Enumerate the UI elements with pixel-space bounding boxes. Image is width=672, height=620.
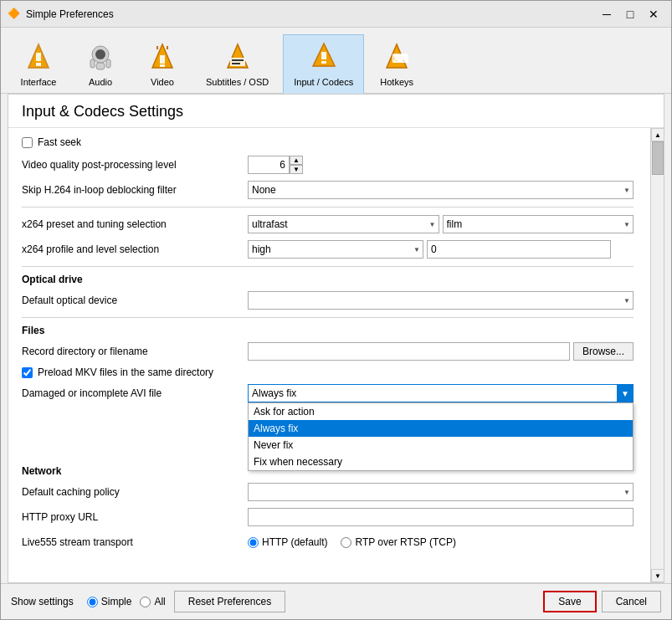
show-all-label[interactable]: All: [140, 596, 165, 607]
reset-preferences-button[interactable]: Reset Preferences: [174, 591, 285, 612]
scrollbar: ▲ ▼: [650, 128, 664, 582]
http-proxy-control: [248, 508, 634, 526]
damaged-avi-selected[interactable]: Always fix ▼: [248, 384, 634, 402]
video-quality-input[interactable]: 6: [248, 156, 290, 174]
damaged-avi-dropdown-list: Ask for action Always fix Never fix Fix …: [248, 402, 634, 471]
dropdown-option-always[interactable]: Always fix: [249, 420, 633, 437]
live555-http-text: HTTP (default): [262, 536, 327, 548]
x264-preset-row: x264 preset and tuning selection ultrafa…: [22, 214, 634, 234]
caching-select[interactable]: [248, 483, 634, 501]
browse-button[interactable]: Browse...: [573, 342, 634, 361]
show-all-text: All: [154, 596, 165, 607]
spinbox-down-button[interactable]: ▼: [290, 165, 303, 174]
scrollbar-down-button[interactable]: ▼: [651, 569, 664, 582]
live555-rtp-label[interactable]: RTP over RTSP (TCP): [341, 536, 455, 548]
show-simple-label[interactable]: Simple: [87, 596, 132, 607]
skip-h264-control: None: [248, 181, 634, 199]
preload-mkv-label: Preload MKV files in the same directory: [38, 366, 213, 378]
svg-rect-21: [321, 61, 326, 64]
spinbox-buttons: ▲ ▼: [290, 156, 303, 174]
nav-hotkeys[interactable]: ⌨ Hotkeys: [367, 34, 426, 93]
fast-seek-row: Fast seek: [22, 136, 634, 148]
record-dir-input[interactable]: [248, 342, 570, 361]
x264-profile-label: x264 profile and level selection: [22, 243, 248, 255]
optical-device-control: [248, 291, 634, 310]
x264-profile-select[interactable]: high: [248, 240, 423, 259]
nav-subtitles[interactable]: Subtitles / OSD: [195, 34, 280, 93]
live555-rtp-radio[interactable]: [341, 537, 351, 548]
nav-input-codecs[interactable]: Input / Codecs: [283, 34, 364, 94]
http-proxy-row: HTTP proxy URL: [22, 507, 634, 527]
dropdown-option-fix-when[interactable]: Fix when necessary: [249, 453, 633, 470]
subtitles-icon: [220, 40, 255, 75]
optical-device-row: Default optical device: [22, 290, 634, 310]
video-label: Video: [151, 77, 174, 87]
scrollbar-thumb[interactable]: [652, 141, 664, 175]
damaged-avi-value: Always fix: [252, 387, 296, 399]
skip-h264-select[interactable]: None: [248, 181, 634, 199]
app-icon: 🔶: [8, 8, 21, 21]
x264-preset-dual: ultrafast film: [248, 215, 634, 233]
svg-rect-12: [160, 55, 165, 64]
optical-drive-section: Optical drive: [22, 274, 634, 285]
optical-device-select[interactable]: [248, 291, 634, 310]
svg-rect-3: [36, 63, 41, 66]
svg-rect-16: [232, 59, 244, 61]
caching-select-wrapper: [248, 483, 634, 501]
nav-interface[interactable]: Interface: [9, 34, 68, 93]
http-proxy-input[interactable]: [248, 508, 634, 526]
main-window: 🔶 Simple Preferences ─ □ ✕ Interface: [0, 0, 672, 620]
cancel-button[interactable]: Cancel: [602, 591, 661, 612]
live555-http-radio[interactable]: [248, 537, 259, 548]
x264-level-input[interactable]: 0: [427, 240, 611, 259]
settings-area: Fast seek Video quality post-processing …: [8, 128, 650, 582]
audio-label: Audio: [89, 77, 112, 87]
window-controls: ─ □ ✕: [596, 6, 664, 23]
x264-profile-row-inner: high 0: [248, 240, 634, 259]
maximize-button[interactable]: □: [619, 6, 641, 23]
skip-h264-row: Skip H.264 in-loop deblocking filter Non…: [22, 180, 634, 200]
dropdown-option-never[interactable]: Never fix: [249, 437, 633, 453]
dropdown-option-ask[interactable]: Ask for action: [249, 403, 633, 420]
input-codecs-icon: [306, 40, 341, 75]
hotkeys-label: Hotkeys: [380, 77, 413, 87]
show-all-radio[interactable]: [140, 597, 151, 607]
record-dir-row: Record directory or filename Browse...: [22, 341, 634, 361]
bottom-bar: Show settings Simple All Reset Preferenc…: [1, 583, 671, 619]
svg-text:⌨: ⌨: [392, 52, 408, 65]
nav-video[interactable]: Video: [133, 34, 192, 93]
divider-1: [22, 207, 634, 208]
damaged-avi-row: Damaged or incomplete AVI file Always fi…: [22, 383, 634, 403]
caching-control: [248, 483, 634, 501]
svg-rect-7: [90, 59, 95, 68]
x264-preset-select-wrapper: ultrafast: [248, 215, 439, 233]
audio-icon: [83, 40, 118, 75]
skip-h264-select-wrapper: None: [248, 181, 634, 199]
live555-label: Live555 stream transport: [22, 536, 248, 548]
x264-tuning-select-wrapper: film: [443, 215, 634, 233]
x264-profile-control: high 0: [248, 240, 634, 259]
fast-seek-checkbox[interactable]: [22, 137, 33, 148]
interface-label: Interface: [21, 77, 57, 87]
minimize-button[interactable]: ─: [596, 6, 618, 23]
close-button[interactable]: ✕: [643, 6, 664, 23]
svg-rect-13: [160, 64, 165, 67]
divider-3: [22, 317, 634, 318]
preload-mkv-checkbox[interactable]: [22, 367, 33, 378]
nav-bar: Interface Audio: [1, 28, 671, 94]
record-dir-label: Record directory or filename: [22, 346, 248, 357]
title-bar: 🔶 Simple Preferences ─ □ ✕: [1, 1, 671, 28]
spinbox-up-button[interactable]: ▲: [290, 156, 303, 165]
dropdown-arrow-icon: ▼: [617, 384, 634, 402]
show-simple-radio[interactable]: [87, 597, 98, 607]
save-button[interactable]: Save: [543, 591, 596, 612]
nav-audio[interactable]: Audio: [71, 34, 130, 93]
x264-tuning-select[interactable]: film: [443, 215, 634, 233]
scrollbar-up-button[interactable]: ▲: [651, 128, 664, 141]
optical-device-select-wrapper: [248, 291, 634, 310]
damaged-avi-control: Always fix ▼ Ask for action Always fix N…: [248, 384, 634, 402]
svg-rect-8: [106, 59, 110, 68]
live555-http-label[interactable]: HTTP (default): [248, 536, 327, 548]
content-area: Input & Codecs Settings Fast seek Video …: [8, 94, 664, 583]
x264-preset-select[interactable]: ultrafast: [248, 215, 439, 233]
